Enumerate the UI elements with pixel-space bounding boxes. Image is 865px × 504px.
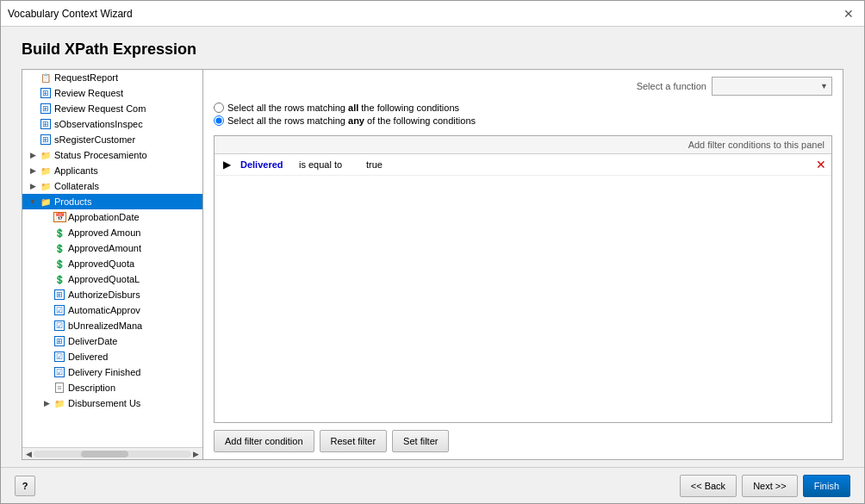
tree-node-icon: 📁	[39, 148, 53, 162]
tree-item-label: Disbursement Us	[68, 398, 140, 408]
tree-node-icon: ☑	[53, 350, 66, 364]
tree-item[interactable]: 📋RequestReport	[22, 70, 202, 85]
filter-row[interactable]: ▶ Delivered is equal to true ✕	[215, 154, 831, 176]
tree-item-label: Approved Amoun	[68, 227, 140, 238]
tree-item[interactable]: 📅ApprobationDate	[22, 209, 202, 225]
tree-node-icon: ☑	[53, 319, 66, 333]
tree-node-icon: 📁	[39, 179, 53, 193]
filter-actions: Add filter condition Reset filter Set fi…	[214, 430, 832, 452]
tree-item[interactable]: ☑bUnrealizedMana	[22, 318, 202, 333]
tree-item-label: sObservationsInspec	[54, 119, 143, 129]
scroll-left-arrow[interactable]: ◀	[24, 450, 34, 458]
filter-header: Add filter conditions to this panel	[215, 136, 831, 154]
radio-all[interactable]	[214, 103, 224, 113]
tree-item[interactable]: ☑Delivered	[22, 349, 202, 364]
tree-item[interactable]: ⊞sObservationsInspec	[22, 116, 202, 132]
radio-row-all: Select all the rows matching all the fol…	[214, 103, 832, 113]
back-button[interactable]: << Back	[680, 475, 737, 497]
tree-item-label: DeliverDate	[68, 336, 117, 346]
tree-node-icon: 💲	[53, 241, 66, 255]
content-area: 📋RequestReport ⊞Review Request ⊞Review R…	[22, 69, 843, 460]
filter-delete-button[interactable]: ✕	[816, 158, 826, 171]
scroll-right-arrow[interactable]: ▶	[191, 450, 201, 458]
tree-node-icon: 💲	[53, 272, 66, 286]
next-button[interactable]: Next >>	[742, 475, 798, 497]
tree-item-label: Description	[68, 383, 115, 393]
help-button[interactable]: ?	[15, 476, 35, 496]
tree-item[interactable]: 💲ApprovedQuota	[22, 256, 202, 271]
tree-item[interactable]: ☑Delivery Finished	[22, 364, 202, 380]
tree-node-icon: ⊞	[53, 334, 66, 348]
tree-item[interactable]: ⊞DeliverDate	[22, 333, 202, 349]
expand-button[interactable]: ▶	[41, 398, 52, 408]
tree-item[interactable]: ▶📁Status Procesamiento	[22, 147, 202, 163]
expand-button[interactable]: ▶	[28, 165, 38, 176]
add-filter-button[interactable]: Add filter condition	[214, 430, 314, 452]
finish-button[interactable]: Finish	[803, 475, 850, 497]
tree-scroll[interactable]: 📋RequestReport ⊞Review Request ⊞Review R…	[22, 70, 202, 447]
tree-item[interactable]: ▶📁Applicants	[22, 163, 202, 178]
tree-node-icon: 📁	[39, 164, 53, 177]
function-select-arrow: ▼	[820, 82, 828, 90]
tree-item-label: sRegisterCustomer	[54, 134, 135, 145]
expand-button[interactable]: ▶	[28, 150, 38, 160]
tree-item[interactable]: ▶📁Collaterals	[22, 178, 202, 194]
tree-node-icon: ⊞	[53, 288, 66, 302]
tree-item-label: bUnrealizedMana	[68, 320, 142, 331]
tree-item[interactable]: ⊞AuthorizeDisburs	[22, 287, 202, 302]
footer-help: ?	[15, 476, 35, 496]
reset-filter-button[interactable]: Reset filter	[320, 430, 388, 452]
window: Vocabulary Context Wizard ✕ Build XPath …	[0, 0, 865, 504]
tree-item-label: Applicants	[54, 165, 98, 176]
tree-item[interactable]: ⊞sRegisterCustomer	[22, 132, 202, 147]
tree-node-icon: 📅	[53, 210, 66, 224]
radio-all-label: Select all the rows matching all the fol…	[227, 103, 459, 113]
titlebar: Vocabulary Context Wizard ✕	[1, 1, 864, 27]
function-select[interactable]: ▼	[712, 77, 832, 96]
tree-item[interactable]: ▶📁Disbursement Us	[22, 395, 202, 411]
function-row: Select a function ▼	[214, 77, 832, 96]
tree-item-label: Products	[54, 196, 91, 207]
tree-item-label: ApprovedAmount	[68, 243, 141, 253]
radio-any[interactable]	[214, 115, 224, 126]
filter-empty-space	[215, 176, 831, 422]
filter-rows-container: ▶ Delivered is equal to true ✕	[215, 154, 831, 176]
close-button[interactable]: ✕	[840, 5, 857, 22]
tree-item[interactable]: ≡Description	[22, 380, 202, 395]
filter-value: true	[366, 159, 401, 170]
tree-node-icon: 💲	[53, 226, 66, 240]
footer-nav: << Back Next >> Finish	[680, 475, 850, 497]
tree-item-label: Collaterals	[54, 181, 99, 191]
tree-item[interactable]: 💲ApprovedAmount	[22, 240, 202, 256]
tree-scrollbar-h: ◀ ▶	[22, 447, 202, 459]
tree-item[interactable]: ⊞Review Request Com	[22, 101, 202, 116]
tree-node-icon: ≡	[53, 381, 66, 395]
tree-item-label: ApprobationDate	[68, 212, 140, 222]
set-filter-button[interactable]: Set filter	[392, 430, 449, 452]
tree-panel: 📋RequestReport ⊞Review Request ⊞Review R…	[22, 70, 203, 459]
radio-row-any: Select all the rows matching any of the …	[214, 115, 832, 126]
tree-item[interactable]: ▼📁Products	[22, 194, 202, 209]
tree-node-icon: ⊞	[39, 86, 53, 100]
expand-button[interactable]: ▼	[28, 196, 38, 207]
function-label: Select a function	[637, 81, 706, 91]
tree-node-icon: 📁	[39, 195, 53, 208]
tree-item-label: AutomaticApprov	[68, 305, 140, 315]
expand-button[interactable]: ▶	[28, 181, 38, 191]
filter-expand-icon[interactable]: ▶	[220, 158, 233, 171]
tree-item-label: Review Request Com	[54, 103, 146, 114]
tree-item[interactable]: 💲Approved Amoun	[22, 225, 202, 240]
tree-item[interactable]: ⊞Review Request	[22, 85, 202, 101]
tree-node-icon: 📋	[39, 71, 53, 84]
tree-item-label: Delivery Finished	[68, 367, 140, 377]
tree-item-label: RequestReport	[54, 72, 118, 83]
tree-item[interactable]: ☑AutomaticApprov	[22, 302, 202, 318]
tree-node-icon: ⊞	[39, 102, 53, 115]
tree-item-label: Delivered	[68, 352, 108, 362]
footer: ? << Back Next >> Finish	[1, 467, 864, 503]
tree-item[interactable]: 💲ApprovedQuotaL	[22, 271, 202, 287]
radio-any-label: Select all the rows matching any of the …	[227, 115, 476, 126]
h-scroll-thumb	[81, 451, 128, 457]
right-panel: Select a function ▼ Select all the rows …	[203, 70, 843, 459]
h-scroll-track	[34, 451, 191, 457]
